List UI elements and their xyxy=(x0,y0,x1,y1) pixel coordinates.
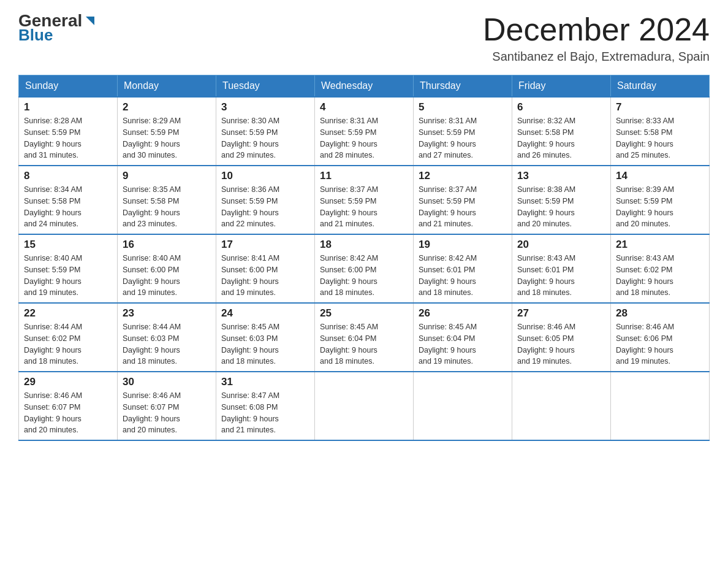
logo: General Blue xyxy=(18,12,97,43)
day-info: Sunrise: 8:46 AM Sunset: 6:05 PM Dayligh… xyxy=(517,323,575,366)
calendar-week-row-2: 8 Sunrise: 8:34 AM Sunset: 5:58 PM Dayli… xyxy=(19,166,710,234)
header-saturday: Saturday xyxy=(611,75,710,98)
day-number: 6 xyxy=(517,101,605,113)
calendar-cell: 23 Sunrise: 8:44 AM Sunset: 6:03 PM Dayl… xyxy=(118,303,216,372)
day-number: 19 xyxy=(419,239,507,251)
day-number: 17 xyxy=(221,239,309,251)
day-number: 1 xyxy=(24,101,112,113)
day-number: 3 xyxy=(221,101,309,113)
day-number: 30 xyxy=(123,376,211,388)
calendar-cell: 25 Sunrise: 8:45 AM Sunset: 6:04 PM Dayl… xyxy=(315,303,414,372)
calendar-cell xyxy=(512,372,611,440)
day-number: 31 xyxy=(221,376,309,388)
calendar-cell: 2 Sunrise: 8:29 AM Sunset: 5:59 PM Dayli… xyxy=(118,97,216,166)
calendar-cell: 4 Sunrise: 8:31 AM Sunset: 5:59 PM Dayli… xyxy=(315,97,414,166)
calendar-header-row: Sunday Monday Tuesday Wednesday Thursday… xyxy=(19,75,710,98)
day-info: Sunrise: 8:38 AM Sunset: 5:59 PM Dayligh… xyxy=(517,185,575,228)
day-info: Sunrise: 8:42 AM Sunset: 6:00 PM Dayligh… xyxy=(320,254,378,297)
day-info: Sunrise: 8:28 AM Sunset: 5:59 PM Dayligh… xyxy=(24,117,82,159)
calendar-cell: 15 Sunrise: 8:40 AM Sunset: 5:59 PM Dayl… xyxy=(19,234,118,303)
calendar-cell: 8 Sunrise: 8:34 AM Sunset: 5:58 PM Dayli… xyxy=(19,166,118,234)
header-monday: Monday xyxy=(118,75,216,98)
day-number: 7 xyxy=(616,101,704,113)
calendar-cell xyxy=(414,372,512,440)
day-number: 29 xyxy=(24,376,112,388)
day-info: Sunrise: 8:45 AM Sunset: 6:04 PM Dayligh… xyxy=(320,323,378,366)
calendar-cell: 20 Sunrise: 8:43 AM Sunset: 6:01 PM Dayl… xyxy=(512,234,611,303)
day-info: Sunrise: 8:31 AM Sunset: 5:59 PM Dayligh… xyxy=(419,117,477,159)
day-info: Sunrise: 8:45 AM Sunset: 6:03 PM Dayligh… xyxy=(221,323,279,366)
calendar-cell: 10 Sunrise: 8:36 AM Sunset: 5:59 PM Dayl… xyxy=(216,166,315,234)
calendar-cell: 7 Sunrise: 8:33 AM Sunset: 5:58 PM Dayli… xyxy=(611,97,710,166)
day-info: Sunrise: 8:36 AM Sunset: 5:59 PM Dayligh… xyxy=(221,185,279,228)
day-number: 20 xyxy=(517,239,605,251)
calendar-cell: 18 Sunrise: 8:42 AM Sunset: 6:00 PM Dayl… xyxy=(315,234,414,303)
calendar-cell: 6 Sunrise: 8:32 AM Sunset: 5:58 PM Dayli… xyxy=(512,97,611,166)
day-number: 18 xyxy=(320,239,408,251)
day-number: 13 xyxy=(517,170,605,182)
day-info: Sunrise: 8:29 AM Sunset: 5:59 PM Dayligh… xyxy=(123,117,181,159)
calendar-cell: 14 Sunrise: 8:39 AM Sunset: 5:59 PM Dayl… xyxy=(611,166,710,234)
calendar-cell: 3 Sunrise: 8:30 AM Sunset: 5:59 PM Dayli… xyxy=(216,97,315,166)
calendar-cell: 30 Sunrise: 8:46 AM Sunset: 6:07 PM Dayl… xyxy=(118,372,216,440)
day-info: Sunrise: 8:45 AM Sunset: 6:04 PM Dayligh… xyxy=(419,323,477,366)
day-number: 8 xyxy=(24,170,112,182)
day-info: Sunrise: 8:37 AM Sunset: 5:59 PM Dayligh… xyxy=(320,185,378,228)
calendar-cell: 9 Sunrise: 8:35 AM Sunset: 5:58 PM Dayli… xyxy=(118,166,216,234)
calendar-cell: 5 Sunrise: 8:31 AM Sunset: 5:59 PM Dayli… xyxy=(414,97,512,166)
calendar-cell: 29 Sunrise: 8:46 AM Sunset: 6:07 PM Dayl… xyxy=(19,372,118,440)
day-number: 21 xyxy=(616,239,704,251)
day-info: Sunrise: 8:37 AM Sunset: 5:59 PM Dayligh… xyxy=(419,185,477,228)
day-info: Sunrise: 8:43 AM Sunset: 6:02 PM Dayligh… xyxy=(616,254,674,297)
header-tuesday: Tuesday xyxy=(216,75,315,98)
day-info: Sunrise: 8:44 AM Sunset: 6:02 PM Dayligh… xyxy=(24,323,82,366)
day-info: Sunrise: 8:46 AM Sunset: 6:07 PM Dayligh… xyxy=(123,391,181,434)
day-number: 11 xyxy=(320,170,408,182)
day-info: Sunrise: 8:42 AM Sunset: 6:01 PM Dayligh… xyxy=(419,254,477,297)
header-sunday: Sunday xyxy=(19,75,118,98)
day-number: 9 xyxy=(123,170,211,182)
day-info: Sunrise: 8:30 AM Sunset: 5:59 PM Dayligh… xyxy=(221,117,279,159)
calendar-cell: 11 Sunrise: 8:37 AM Sunset: 5:59 PM Dayl… xyxy=(315,166,414,234)
page-header: General Blue December 2024 Santibanez el… xyxy=(18,12,710,64)
calendar-cell: 26 Sunrise: 8:45 AM Sunset: 6:04 PM Dayl… xyxy=(414,303,512,372)
calendar-week-row-3: 15 Sunrise: 8:40 AM Sunset: 5:59 PM Dayl… xyxy=(19,234,710,303)
day-info: Sunrise: 8:43 AM Sunset: 6:01 PM Dayligh… xyxy=(517,254,575,297)
day-number: 12 xyxy=(419,170,507,182)
day-number: 27 xyxy=(517,307,605,320)
header-friday: Friday xyxy=(512,75,611,98)
day-info: Sunrise: 8:46 AM Sunset: 6:06 PM Dayligh… xyxy=(616,323,674,366)
calendar-cell: 17 Sunrise: 8:41 AM Sunset: 6:00 PM Dayl… xyxy=(216,234,315,303)
title-area: December 2024 Santibanez el Bajo, Extrem… xyxy=(483,12,710,64)
day-info: Sunrise: 8:40 AM Sunset: 6:00 PM Dayligh… xyxy=(123,254,181,297)
calendar-cell: 12 Sunrise: 8:37 AM Sunset: 5:59 PM Dayl… xyxy=(414,166,512,234)
calendar-cell: 1 Sunrise: 8:28 AM Sunset: 5:59 PM Dayli… xyxy=(19,97,118,166)
calendar-cell xyxy=(611,372,710,440)
day-number: 5 xyxy=(419,101,507,113)
calendar-cell xyxy=(315,372,414,440)
calendar-week-row-4: 22 Sunrise: 8:44 AM Sunset: 6:02 PM Dayl… xyxy=(19,303,710,372)
day-info: Sunrise: 8:35 AM Sunset: 5:58 PM Dayligh… xyxy=(123,185,181,228)
day-number: 28 xyxy=(616,307,704,320)
calendar-cell: 27 Sunrise: 8:46 AM Sunset: 6:05 PM Dayl… xyxy=(512,303,611,372)
day-info: Sunrise: 8:44 AM Sunset: 6:03 PM Dayligh… xyxy=(123,323,181,366)
header-thursday: Thursday xyxy=(414,75,512,98)
day-info: Sunrise: 8:41 AM Sunset: 6:00 PM Dayligh… xyxy=(221,254,279,297)
header-wednesday: Wednesday xyxy=(315,75,414,98)
day-info: Sunrise: 8:47 AM Sunset: 6:08 PM Dayligh… xyxy=(221,391,279,434)
location-subtitle: Santibanez el Bajo, Extremadura, Spain xyxy=(483,50,710,64)
day-number: 2 xyxy=(123,101,211,113)
day-info: Sunrise: 8:34 AM Sunset: 5:58 PM Dayligh… xyxy=(24,185,82,228)
day-number: 10 xyxy=(221,170,309,182)
day-info: Sunrise: 8:46 AM Sunset: 6:07 PM Dayligh… xyxy=(24,391,82,434)
calendar-cell: 13 Sunrise: 8:38 AM Sunset: 5:59 PM Dayl… xyxy=(512,166,611,234)
calendar-cell: 24 Sunrise: 8:45 AM Sunset: 6:03 PM Dayl… xyxy=(216,303,315,372)
day-info: Sunrise: 8:31 AM Sunset: 5:59 PM Dayligh… xyxy=(320,117,378,159)
calendar-cell: 28 Sunrise: 8:46 AM Sunset: 6:06 PM Dayl… xyxy=(611,303,710,372)
day-info: Sunrise: 8:39 AM Sunset: 5:59 PM Dayligh… xyxy=(616,185,674,228)
calendar-week-row-5: 29 Sunrise: 8:46 AM Sunset: 6:07 PM Dayl… xyxy=(19,372,710,440)
calendar-cell: 19 Sunrise: 8:42 AM Sunset: 6:01 PM Dayl… xyxy=(414,234,512,303)
calendar-cell: 31 Sunrise: 8:47 AM Sunset: 6:08 PM Dayl… xyxy=(216,372,315,440)
calendar-week-row-1: 1 Sunrise: 8:28 AM Sunset: 5:59 PM Dayli… xyxy=(19,97,710,166)
day-number: 14 xyxy=(616,170,704,182)
